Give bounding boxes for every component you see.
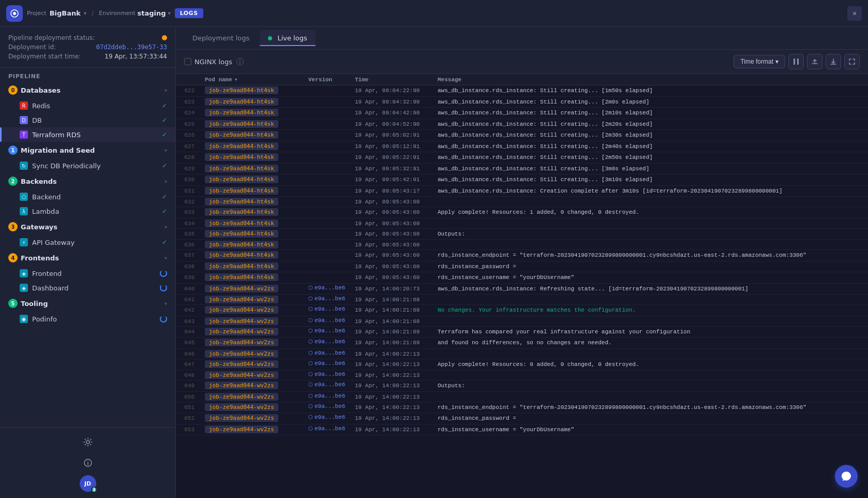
dropdown-icon[interactable]: ▾	[84, 10, 86, 16]
log-pod-name[interactable]: job-ze9aad044-ht4sk	[201, 109, 304, 116]
log-message: aws_db_instance.rds_instance: Still crea…	[433, 86, 868, 95]
log-pod-name[interactable]: job-ze9aad044-ht4sk	[201, 98, 304, 106]
log-version: ⬡e9a...be6	[304, 382, 351, 388]
log-pod-name[interactable]: job-ze9aad044-ht4sk	[201, 251, 304, 259]
section-migration[interactable]: 1 Migration and Seed ▾	[0, 142, 175, 158]
col-pod-header[interactable]: Pod name ▾	[201, 76, 304, 83]
pause-button[interactable]	[788, 54, 804, 69]
settings-icon[interactable]	[80, 434, 96, 450]
log-pod-name[interactable]: job-ze9aad044-wv2zs	[201, 350, 304, 358]
log-pod-name[interactable]: job-ze9aad044-wv2zs	[201, 306, 304, 314]
log-pod-name[interactable]: job-ze9aad044-ht4sk	[201, 241, 304, 248]
sidebar-item-frontend[interactable]: ◈ Frontend	[0, 266, 175, 281]
project-name[interactable]: BigBank	[50, 9, 81, 17]
log-pod-name[interactable]: job-ze9aad044-ht4sk	[201, 165, 304, 172]
dashboard-icon: ◈	[20, 284, 28, 292]
log-pod-name[interactable]: job-ze9aad044-ht4sk	[201, 175, 304, 183]
chat-button[interactable]	[835, 465, 858, 488]
scroll-top-button[interactable]	[807, 54, 822, 69]
log-row: 625 job-ze9aad044-ht4sk 19 Apr, 09:04:52…	[176, 119, 868, 130]
sidebar-item-lambda[interactable]: λ Lambda ✓	[0, 204, 175, 218]
log-pod-name[interactable]: job-ze9aad044-wv2zs	[201, 317, 304, 325]
log-pod-name[interactable]: job-ze9aad044-ht4sk	[201, 153, 304, 161]
log-row: 651 job-ze9aad044-wv2zs ⬡e9a...be6 19 Ap…	[176, 402, 868, 414]
sidebar-item-terraform-rds[interactable]: T Terraform RDS ✓	[0, 127, 175, 142]
log-pod-name[interactable]: job-ze9aad044-ht4sk	[201, 230, 304, 238]
log-pod-name[interactable]: job-ze9aad044-wv2zs	[201, 360, 304, 368]
nginx-info-icon[interactable]: i	[236, 58, 244, 65]
sidebar-item-backend[interactable]: ⬡ Backend ✓	[0, 189, 175, 204]
log-timestamp: 19 Apr, 14:00:22:13	[351, 393, 433, 400]
log-pod-name[interactable]: job-ze9aad044-ht4sk	[201, 131, 304, 139]
log-row: 632 job-ze9aad044-ht4sk 19 Apr, 09:05:43…	[176, 197, 868, 207]
log-pod-name[interactable]: job-ze9aad044-ht4sk	[201, 262, 304, 270]
sidebar-item-sync-db[interactable]: ↻ Sync DB Periodically ✓	[0, 158, 175, 173]
log-message: rds_instance_username = "yourDbUsername"	[433, 273, 868, 282]
log-pod-name[interactable]: job-ze9aad044-wv2zs	[201, 339, 304, 346]
fullscreen-button[interactable]	[844, 54, 860, 69]
section-frontends[interactable]: 4 Frontends ▾	[0, 250, 175, 266]
user-avatar[interactable]: JD 3	[80, 475, 96, 492]
log-pod-name[interactable]: job-ze9aad044-ht4sk	[201, 208, 304, 216]
log-pod-name[interactable]: job-ze9aad044-ht4sk	[201, 219, 304, 227]
section-backends[interactable]: 2 Backends ▾	[0, 173, 175, 189]
section-tooling[interactable]: 5 Tooling ▾	[0, 295, 175, 312]
close-button[interactable]: ×	[847, 6, 862, 21]
log-pod-name[interactable]: job-ze9aad044-wv2zs	[201, 426, 304, 433]
info-icon[interactable]	[80, 455, 96, 471]
log-pod-name[interactable]: job-ze9aad044-wv2zs	[201, 328, 304, 335]
log-pod-name[interactable]: job-ze9aad044-ht4sk	[201, 273, 304, 281]
log-pod-name[interactable]: job-ze9aad044-wv2zs	[201, 414, 304, 422]
log-line-num: 650	[176, 393, 201, 400]
log-pod-name[interactable]: job-ze9aad044-wv2zs	[201, 285, 304, 292]
section-chevron-migration: ▾	[164, 148, 167, 153]
lambda-check: ✓	[162, 208, 167, 215]
env-dropdown-icon[interactable]: ▾	[168, 10, 171, 16]
tab-deployment[interactable]: Deployment logs	[184, 30, 258, 46]
dashboard-label: Dashboard	[32, 284, 156, 292]
nginx-checkbox-box[interactable]	[184, 58, 191, 65]
log-pod-name[interactable]: job-ze9aad044-ht4sk	[201, 86, 304, 94]
environment-name[interactable]: staging	[138, 9, 166, 17]
api-gateway-label: API Gateway	[32, 239, 158, 246]
log-version: ⬡e9a...be6	[304, 414, 351, 420]
time-format-button[interactable]: Time format ▾	[734, 55, 785, 68]
log-pod-name[interactable]: job-ze9aad044-wv2zs	[201, 393, 304, 401]
podinfo-label: Podinfo	[32, 315, 156, 323]
log-content[interactable]: Pod name ▾ Version Time Message 622 job-…	[176, 74, 868, 498]
sidebar-item-db[interactable]: D DB ✓	[0, 113, 175, 127]
section-databases[interactable]: 0 Databases ▾	[0, 82, 175, 98]
dashboard-loading	[160, 284, 167, 291]
sidebar-item-api-gateway[interactable]: ⚡ API Gateway ✓	[0, 235, 175, 250]
lambda-label: Lambda	[32, 208, 158, 215]
log-pod-name[interactable]: job-ze9aad044-ht4sk	[201, 198, 304, 206]
log-version: ⬡e9a...be6	[304, 339, 351, 345]
log-pod-name[interactable]: job-ze9aad044-wv2zs	[201, 371, 304, 379]
log-pod-name[interactable]: job-ze9aad044-ht4sk	[201, 120, 304, 128]
sidebar-item-redis[interactable]: R Redis ✓	[0, 98, 175, 113]
log-version: ⬡e9a...be6	[304, 371, 351, 377]
pod-sort-icon[interactable]: ▾	[234, 76, 238, 83]
log-pod-name[interactable]: job-ze9aad044-ht4sk	[201, 187, 304, 195]
log-timestamp: 19 Apr, 14:00:22:13	[351, 371, 433, 378]
log-pod-name[interactable]: job-ze9aad044-wv2zs	[201, 296, 304, 303]
log-line-num: 647	[176, 360, 201, 368]
section-title-databases: Databases	[21, 86, 161, 94]
sidebar-item-podinfo[interactable]: ◉ Podinfo	[0, 312, 175, 326]
log-area: Deployment logs Live logs NGINX logs i T…	[176, 27, 868, 498]
log-pod-name[interactable]: job-ze9aad044-ht4sk	[201, 142, 304, 150]
log-line-num: 640	[176, 285, 201, 292]
sidebar-item-dashboard[interactable]: ◈ Dashboard	[0, 281, 175, 295]
nginx-checkbox[interactable]: NGINX logs	[184, 58, 232, 66]
version-value: e9a...be6	[315, 403, 345, 409]
section-gateways[interactable]: 3 Gateways ▾	[0, 218, 175, 235]
pod-badge: job-ze9aad044-wv2zs	[205, 306, 278, 314]
download-button[interactable]	[826, 54, 841, 69]
log-timestamp: 19 Apr, 09:05:43:60	[351, 219, 433, 227]
deploy-time-value: 19 Apr, 13:57:33:44	[104, 53, 167, 60]
pod-badge: job-ze9aad044-ht4sk	[205, 165, 278, 172]
log-pod-name[interactable]: job-ze9aad044-wv2zs	[201, 403, 304, 411]
log-pod-name[interactable]: job-ze9aad044-wv2zs	[201, 382, 304, 389]
deployment-info: Pipeline deployment status: Deployment i…	[0, 27, 175, 68]
tab-live[interactable]: Live logs	[260, 30, 315, 46]
